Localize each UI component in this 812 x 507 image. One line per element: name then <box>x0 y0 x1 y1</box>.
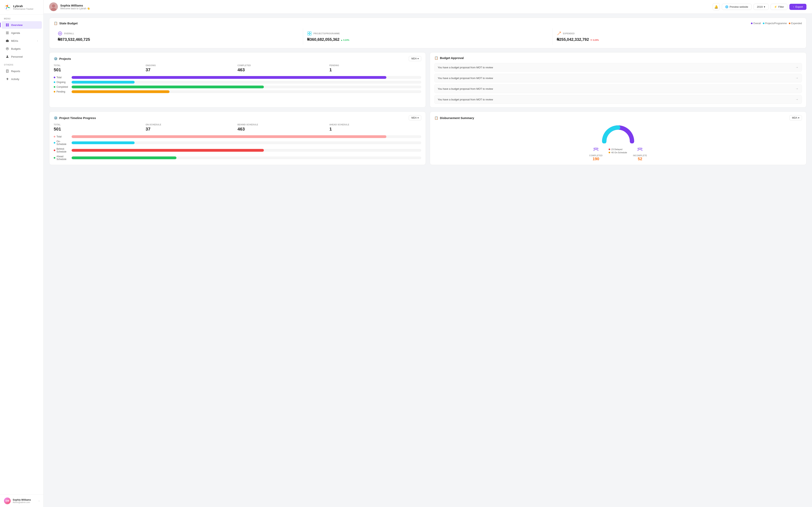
arrow-icon: → <box>795 76 799 80</box>
sidebar-activity-label: Activity <box>11 78 19 80</box>
projects-card: ⚙️ Projects MDA ▾ TOTAL 501 <box>49 52 426 108</box>
sidebar-reports-label: Reports <box>11 70 20 73</box>
app-subtitle: Performance Tracker <box>13 8 34 10</box>
timeline-bar-total: Total <box>54 135 421 138</box>
svg-point-27 <box>597 148 598 149</box>
sidebar-item-activity[interactable]: Activity <box>2 75 42 83</box>
chevron-right-icon: › <box>39 500 40 502</box>
state-budget-title: State Budget <box>59 21 78 25</box>
header: Sophia Williams Welcome back to Lybrah 👋… <box>44 0 812 14</box>
notification-button[interactable]: 🔔 <box>713 3 720 10</box>
export-icon: ↑ <box>793 5 794 8</box>
bolt-icon <box>6 77 9 81</box>
svg-rect-10 <box>7 40 8 40</box>
svg-point-20 <box>59 33 61 34</box>
projects-card-icon: ⚙️ <box>54 57 58 61</box>
sidebar-user-email: Admin@admin.com <box>13 501 31 503</box>
disbursement-incomplete: INCOMPLETE 52 <box>633 147 647 161</box>
chevron-down-icon: ▾ <box>417 116 419 119</box>
bar-row-pending: Pending <box>54 90 421 93</box>
chevron-down-icon: ▾ <box>798 116 799 119</box>
row-2: ⚙️ Projects MDA ▾ TOTAL 501 <box>49 52 806 108</box>
completed-icon <box>589 147 603 153</box>
approval-item-3[interactable]: You have a budget proposal from MOT to r… <box>434 84 802 93</box>
svg-rect-23 <box>310 32 311 33</box>
sidebar-menu-label: MENU <box>0 14 43 21</box>
disbursement-stats: COMPLETED 190 23 Delayed 40 On-Schedule <box>434 147 802 161</box>
svg-point-30 <box>641 148 642 149</box>
sidebar-user-avatar: SW <box>4 498 11 504</box>
chevron-down-icon: ▾ <box>764 5 765 8</box>
expended-stat: EXPENDED ₦255,042,332,792 ▼ 3.24% <box>553 28 802 45</box>
sidebar-others-label: OTHERS <box>0 61 43 67</box>
svg-rect-25 <box>310 34 311 35</box>
timeline-stat-behind: BEHIND-SCHEDULE 463 <box>238 124 329 132</box>
proj-stat-ongoing: ONGOING 37 <box>146 64 238 72</box>
timeline-stat-onschedule: ON-SCHEDULE 37 <box>146 124 238 132</box>
donut-chart <box>434 124 802 144</box>
expended-badge: ▼ 3.24% <box>590 39 599 41</box>
sidebar-user[interactable]: SW Sophia Williams Admin@admin.com › <box>0 495 43 507</box>
approval-item-2[interactable]: You have a budget proposal from MOT to r… <box>434 74 802 82</box>
timeline-mda-button[interactable]: MDA ▾ <box>409 115 421 120</box>
sidebar-budgets-label: Budgets <box>11 47 20 50</box>
svg-rect-1 <box>6 23 7 25</box>
disbursement-mda-button[interactable]: MDA ▾ <box>790 115 802 120</box>
year-selector-button[interactable]: 2019 ▾ <box>754 4 769 10</box>
projects-mda-button[interactable]: MDA ▾ <box>409 56 421 61</box>
dashboard-content: 📋 State Budget Overall Projects/Programm… <box>44 14 812 507</box>
expended-icon <box>557 31 561 36</box>
approval-item-4[interactable]: You have a budget proposal from MOT to r… <box>434 95 802 104</box>
proj-stat-total: TOTAL 501 <box>54 64 146 72</box>
sidebar-item-mdas[interactable]: MDAs › <box>2 37 42 45</box>
doc-icon <box>6 69 9 73</box>
svg-point-29 <box>639 148 641 149</box>
chevron-down-icon: ▾ <box>417 57 419 60</box>
projects-value: ₦360,682,055,362 <box>307 37 339 42</box>
timeline-title: Project Timeline Progress <box>59 116 96 120</box>
legend-projects: Projects/Programme <box>765 22 787 25</box>
approval-icon: 📋 <box>434 56 438 60</box>
timeline-bar-ahead: Ahead Schedule <box>54 155 421 161</box>
svg-rect-24 <box>308 34 309 35</box>
filter-icon: ⚡ <box>774 5 777 8</box>
filter-button[interactable]: ⚡ Filter <box>771 4 788 10</box>
row-3: ⚙️ Project Timeline Progress MDA ▾ TOTAL… <box>49 112 806 165</box>
sidebar-agenda-label: Agenda <box>11 32 20 35</box>
sidebar-item-reports[interactable]: Reports <box>2 67 42 75</box>
user-icon <box>6 55 9 58</box>
projects-title: Projects <box>59 57 71 60</box>
sidebar-user-name: Sophia Williams <box>13 499 31 501</box>
header-welcome: Welcome back to Lybrah 👋 <box>60 7 90 10</box>
sidebar-item-personnel[interactable]: Personnel <box>2 53 42 60</box>
app-name: Lybrah <box>13 4 34 8</box>
projects-icon <box>307 31 312 36</box>
bar-row-total: Total <box>54 76 421 79</box>
projects-bar-chart: Total Ongoing Completed Pending <box>54 76 421 93</box>
overall-value: ₦873,532,460,725 <box>58 37 299 42</box>
timeline-bar-behind: Behind-Schedule <box>54 148 421 153</box>
sidebar-logo: Lybrah Performance Tracker <box>0 0 43 14</box>
sidebar-item-agenda[interactable]: Agenda <box>2 29 42 37</box>
disbursement-completed: COMPLETED 190 <box>589 147 603 161</box>
svg-rect-22 <box>308 32 309 33</box>
sidebar-item-budgets[interactable]: Budgets <box>2 45 42 53</box>
main-content: Sophia Williams Welcome back to Lybrah 👋… <box>44 0 812 507</box>
budget-card-icon: 📋 <box>54 21 58 25</box>
svg-point-9 <box>7 40 8 42</box>
export-button[interactable]: ↑ Export <box>790 4 806 10</box>
budget-approval-title: Budget Approval <box>440 56 464 60</box>
svg-rect-2 <box>7 23 9 25</box>
timeline-bar-chart: Total On- Schedule Behind-Schedule Ahead… <box>54 135 421 161</box>
sidebar-item-overview[interactable]: Overview <box>2 21 42 29</box>
projects-badge: ▲ 3.24% <box>341 39 349 41</box>
arrow-icon: → <box>795 87 799 91</box>
camera-icon <box>6 39 9 43</box>
preview-website-button[interactable]: 🌐 Preview website <box>722 4 752 10</box>
header-actions: 🔔 🌐 Preview website 2019 ▾ ⚡ Filter ↑ Ex… <box>713 3 806 10</box>
sidebar-overview-label: Overview <box>11 23 22 26</box>
approval-item-1[interactable]: You have a budget proposal from MOT to r… <box>434 63 802 72</box>
svg-point-18 <box>52 4 55 7</box>
sidebar: Lybrah Performance Tracker MENU Overview… <box>0 0 44 507</box>
proj-stat-completed: COMPLETED 463 <box>238 64 329 72</box>
